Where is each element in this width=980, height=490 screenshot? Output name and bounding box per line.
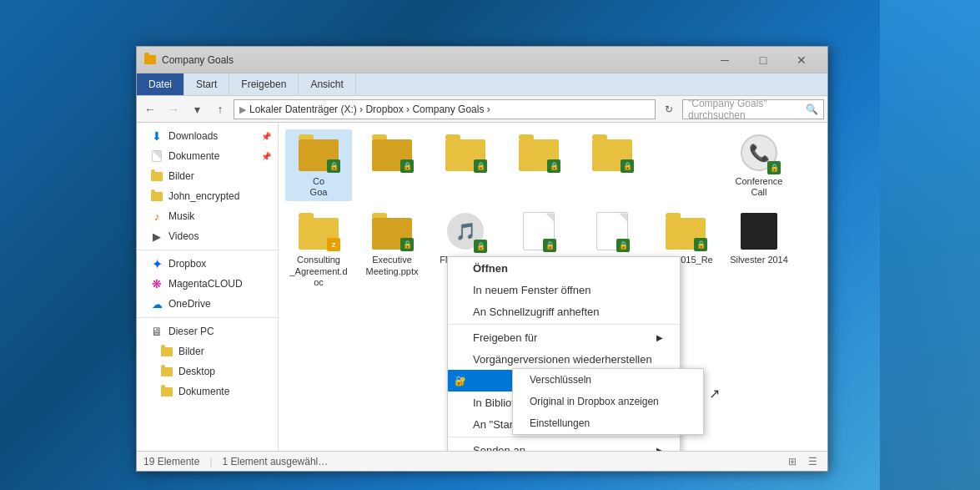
minimize-button[interactable]: ─: [706, 47, 744, 73]
title-bar: Company Goals ─ □ ✕: [137, 47, 827, 73]
menu-item-schnellzugriff[interactable]: An Schnellzugriff anheften: [448, 301, 680, 322]
file-item-4[interactable]: 🔒: [505, 129, 572, 201]
file-item-2[interactable]: 🔒: [359, 129, 425, 201]
dropdown-button[interactable]: ▾: [187, 99, 207, 119]
sidebar-pin-dokumente: 📌: [261, 152, 271, 161]
maximize-button[interactable]: □: [744, 47, 782, 73]
videos-icon: ▶: [150, 230, 163, 243]
sidebar-item-desktop[interactable]: Desktop: [137, 361, 278, 381]
path-icon: ▶: [239, 104, 246, 115]
desktop-icon: [160, 365, 173, 378]
sidebar-label-onedrive: OneDrive: [168, 298, 211, 310]
magenta-icon: ❋: [150, 277, 163, 290]
lock-badge-exec: 🔒: [400, 238, 414, 251]
menu-label-offnen: Öffnen: [473, 262, 508, 275]
lock-badge-5: 🔒: [621, 159, 634, 173]
sidebar-item-john[interactable]: John_encrypted: [137, 186, 278, 206]
musik-icon: ♪: [150, 210, 163, 223]
lock-badge-q1: 🔒: [694, 238, 707, 251]
dropbox-icon: ✦: [150, 257, 163, 270]
view-grid-button[interactable]: ⊞: [784, 453, 801, 470]
address-path[interactable]: ▶ Lokaler Datenträger (X:) › Dropbox › C…: [234, 99, 656, 119]
address-bar: ← → ▾ ↑ ▶ Lokaler Datenträger (X:) › Dro…: [137, 96, 827, 123]
file-item-silvester[interactable]: Silvester 2014: [726, 208, 792, 291]
file-icon-price: 🔒: [592, 211, 632, 251]
file-icon-2: 🔒: [372, 133, 412, 173]
file-item-conference[interactable]: 📞 🔒 Conference Call: [726, 129, 792, 201]
boxcryptor-icon: 🔐: [455, 376, 466, 386]
search-placeholder: "Company Goals" durchsuchen: [688, 98, 806, 121]
status-separator: |: [209, 456, 212, 467]
sidebar-item-bilder-pc[interactable]: Bilder: [137, 341, 278, 361]
file-icon-executive: 🔒: [372, 211, 412, 251]
menu-label-neues-fenster: In neuem Fenster öffnen: [473, 284, 591, 296]
file-icon-4: 🔒: [519, 133, 559, 173]
lock-badge-3: 🔒: [474, 159, 487, 173]
sidebar-item-downloads[interactable]: ⬇ Downloads 📌: [137, 126, 278, 146]
path-text: Lokaler Datenträger (X:) › Dropbox › Com…: [249, 104, 490, 115]
sidebar-label-dieser-pc: Dieser PC: [168, 326, 214, 337]
ribbon-tabs: Datei Start Freigeben Ansicht: [137, 73, 827, 95]
bilder-icon: [150, 169, 163, 183]
sidebar-item-magenta[interactable]: ❋ MagentaCLOUD: [137, 274, 278, 294]
sidebar-item-bilder[interactable]: Bilder: [137, 166, 278, 186]
menu-item-senden[interactable]: Senden an ▶: [448, 439, 680, 451]
boxcryptor-submenu: Verschlüsseln Original in Dropbox anzeig…: [512, 368, 704, 435]
dokumente-pc-icon: [160, 385, 173, 398]
up-button[interactable]: ↑: [210, 99, 230, 119]
search-box[interactable]: "Company Goals" durchsuchen 🔍: [682, 99, 824, 119]
back-button[interactable]: ←: [140, 99, 160, 119]
sidebar-item-onedrive[interactable]: ☁ OneDrive: [137, 294, 278, 314]
file-label-consulting: Consulting _Agreement.doc: [289, 255, 349, 288]
spacer: [652, 129, 719, 196]
file-item-3[interactable]: 🔒: [432, 129, 499, 201]
lock-badge-meeting: 🔒: [543, 239, 556, 252]
menu-item-neues-fenster[interactable]: In neuem Fenster öffnen: [448, 279, 680, 301]
sidebar-item-videos[interactable]: ▶ Videos: [137, 226, 278, 246]
file-item-executive[interactable]: 🔒 Executive Meeting.pptx: [359, 208, 425, 291]
sidebar-item-dieser-pc[interactable]: 🖥 Dieser PC: [137, 321, 278, 341]
forward-button[interactable]: →: [163, 99, 183, 119]
file-icon-meeting: 🔒: [519, 211, 559, 251]
submenu-item-einstellungen[interactable]: Einstellungen: [513, 412, 703, 434]
close-button[interactable]: ✕: [782, 47, 821, 73]
view-list-button[interactable]: ☰: [804, 453, 821, 470]
dieser-pc-icon: 🖥: [150, 325, 163, 338]
tab-freigeben[interactable]: Freigeben: [229, 73, 299, 95]
explorer-window: Company Goals ─ □ ✕ Datei Start Freigebe…: [136, 46, 828, 472]
sidebar-label-dokumente-pc: Dokumente: [178, 386, 229, 397]
ribbon: Datei Start Freigeben Ansicht: [137, 73, 827, 96]
menu-item-freigeben[interactable]: Freigeben für ▶: [448, 326, 680, 348]
sidebar-item-musik[interactable]: ♪ Musik: [137, 206, 278, 226]
sidebar-item-dropbox[interactable]: ✦ Dropbox: [137, 254, 278, 274]
menu-item-vorganger[interactable]: Vorgängerversionen wiederherstellen: [448, 348, 680, 370]
john-icon: [150, 189, 163, 203]
file-item-company-goals[interactable]: 🔒 CoGoa: [285, 129, 352, 201]
bilder-pc-icon: [160, 345, 173, 358]
submenu-item-original[interactable]: Original in Dropbox anzeigen: [513, 391, 703, 412]
sidebar-label-musik: Musik: [168, 210, 194, 222]
sidebar-label-dokumente: Dokumente: [168, 150, 219, 162]
submenu-item-verschlusseln[interactable]: Verschlüsseln: [513, 369, 703, 391]
file-item-5[interactable]: 🔒: [579, 129, 646, 201]
tab-datei[interactable]: Datei: [137, 73, 184, 95]
tab-ansicht[interactable]: Ansicht: [299, 73, 355, 95]
sidebar-label-downloads: Downloads: [168, 130, 218, 142]
file-icon-consulting: Z: [299, 211, 339, 251]
file-icon-company-goals: 🔒: [299, 133, 339, 173]
cursor-indicator: ↗: [709, 386, 720, 402]
sidebar-label-bilder-pc: Bilder: [178, 346, 204, 357]
tab-start[interactable]: Start: [184, 73, 229, 95]
sidebar-item-dokumente[interactable]: Dokumente 📌: [137, 146, 278, 166]
submenu-label-original: Original in Dropbox anzeigen: [530, 396, 659, 407]
file-label-silvester: Silvester 2014: [730, 255, 788, 265]
refresh-button[interactable]: ↻: [659, 99, 679, 119]
lock-badge-4: 🔒: [547, 159, 560, 173]
menu-item-offnen[interactable]: Öffnen: [448, 257, 680, 279]
submenu-label-einstellungen: Einstellungen: [530, 417, 590, 429]
file-area: 🔒 CoGoa 🔒 🔒: [279, 123, 827, 451]
file-label-conference: Conference Call: [729, 176, 789, 198]
sidebar-item-dokumente-pc[interactable]: Dokumente: [137, 381, 278, 402]
file-item-consulting[interactable]: Z Consulting _Agreement.doc: [285, 208, 352, 291]
main-area: ⬇ Downloads 📌 Dokumente 📌 Bilder: [137, 123, 827, 451]
